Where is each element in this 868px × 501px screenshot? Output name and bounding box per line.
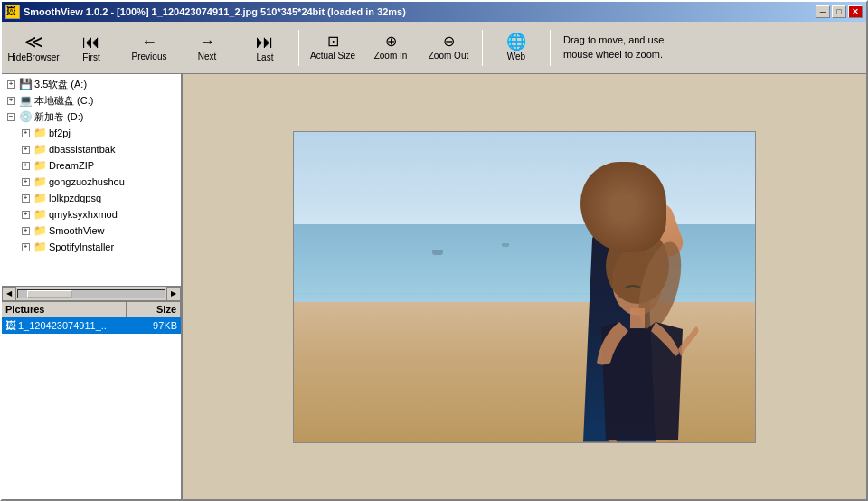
tree-item-lolk[interactable]: + 📁 lolkpzdqpsq [4, 190, 179, 206]
titlebar: 🖼 SmoothView 1.0.2 - [100%] 1_1204230749… [2, 2, 866, 22]
previous-label: Previous [132, 52, 167, 61]
maximize-button[interactable]: □ [832, 5, 846, 18]
col-size[interactable]: Size [127, 302, 181, 317]
previous-icon: ← [141, 33, 157, 50]
next-button[interactable]: → Next [179, 25, 235, 71]
close-button[interactable]: ✕ [848, 5, 863, 18]
tree-item-spotify[interactable]: + 📁 SpotifyInstaller [4, 239, 179, 255]
titlebar-buttons: ─ □ ✕ [816, 5, 863, 18]
expand-gong[interactable]: + [18, 175, 33, 189]
main-window: 🖼 SmoothView 1.0.2 - [100%] 1_1204230749… [0, 0, 868, 501]
gong-icon: 📁 [33, 175, 47, 189]
lolk-label: lolkpzdqpsq [47, 193, 101, 203]
first-icon: ⏮ [82, 33, 100, 51]
actual-size-label: Actual Size [310, 51, 355, 61]
col-pictures[interactable]: Pictures [2, 302, 127, 317]
left-panel: + 💾 3.5软盘 (A:) + 💻 本地磁盘 (C:) − [2, 74, 183, 499]
photo-background [294, 132, 755, 442]
web-label: Web [507, 52, 525, 61]
web-button[interactable]: 🌐 Web [488, 25, 544, 71]
smooth-label: SmoothView [47, 225, 105, 236]
tree-scroll[interactable]: + 💾 3.5软盘 (A:) + 💻 本地磁盘 (C:) − [2, 74, 181, 286]
zoom-out-icon: ⊖ [443, 34, 455, 49]
file-size-cell: 97KB [127, 320, 181, 331]
hide-browser-icon: ≪ [24, 33, 43, 51]
minimize-button[interactable]: ─ [816, 5, 830, 18]
titlebar-left: 🖼 SmoothView 1.0.2 - [100%] 1_1204230749… [5, 5, 406, 19]
last-button[interactable]: ⏭ Last [237, 25, 293, 71]
zoom-in-button[interactable]: ⊕ Zoom In [363, 25, 419, 71]
file-list: Pictures Size 🖼 1_120423074911_... 97KB [2, 300, 181, 499]
first-button[interactable]: ⏮ First [63, 25, 119, 71]
dream-label: DreamZIP [47, 160, 94, 171]
bf2pj-label: bf2pj [47, 128, 71, 138]
lolk-icon: 📁 [33, 191, 47, 205]
previous-button[interactable]: ← Previous [121, 25, 177, 71]
qmyk-label: qmyksyxhxmod [47, 209, 118, 220]
viewer-area[interactable] [183, 74, 866, 499]
tree-item-drive-c[interactable]: + 💻 本地磁盘 (C:) [4, 92, 179, 109]
expand-drive-c[interactable]: + [4, 93, 18, 108]
distant-boat-2 [502, 243, 509, 247]
photo-frame [293, 131, 756, 443]
expand-db[interactable]: + [18, 142, 33, 156]
file-list-header: Pictures Size [2, 302, 181, 317]
tree-item-qmyk[interactable]: + 📁 qmyksyxhxmod [4, 206, 179, 222]
zoom-out-button[interactable]: ⊖ Zoom Out [420, 25, 476, 71]
expand-drive-a[interactable]: + [4, 77, 18, 91]
expand-drive-d[interactable]: − [4, 109, 18, 124]
db-icon: 📁 [33, 142, 47, 156]
person-figure [520, 153, 683, 442]
expand-lolk[interactable]: + [18, 191, 33, 205]
qmyk-icon: 📁 [33, 207, 47, 222]
bf2pj-icon: 📁 [33, 126, 47, 140]
hide-browser-label: HideBrowser [7, 52, 59, 62]
tree-item-bf2pj[interactable]: + 📁 bf2pj [4, 125, 179, 141]
distant-boat-1 [432, 250, 443, 255]
tree-item-drive-d[interactable]: − 💿 新加卷 (D:) [4, 109, 179, 125]
tree-area: + 💾 3.5软盘 (A:) + 💻 本地磁盘 (C:) − [2, 74, 181, 300]
expand-smooth[interactable]: + [18, 223, 33, 238]
last-label: Last [257, 52, 274, 62]
zoom-out-label: Zoom Out [429, 51, 468, 61]
expand-spotify[interactable]: + [18, 240, 33, 254]
zoom-in-icon: ⊕ [385, 34, 397, 49]
next-icon: → [199, 33, 215, 50]
expand-dream[interactable]: + [18, 158, 33, 173]
drive-c-icon: 💻 [18, 93, 33, 108]
file-name-label: 1_120423074911_... [18, 320, 109, 331]
toolbar: ≪ HideBrowser ⏮ First ← Previous → Next … [2, 22, 866, 74]
file-icon: 🖼 [5, 319, 16, 332]
toolbar-hint: Drag to move, and use mouse wheel to zoo… [563, 33, 664, 61]
window-title: SmoothView 1.0.2 - [100%] 1_120423074911… [24, 6, 406, 17]
gong-label: gongzuozhushou [47, 176, 125, 187]
actual-size-icon: ⊡ [327, 34, 339, 49]
tree-item-smooth[interactable]: + 📁 SmoothView [4, 222, 179, 239]
scroll-left-arrow[interactable]: ◀ [2, 287, 16, 301]
drive-d-icon: 💿 [18, 109, 33, 124]
tree-hscroll[interactable]: ◀ ▶ [2, 286, 181, 300]
smooth-icon: 📁 [33, 223, 47, 238]
tree-item-db[interactable]: + 📁 dbassistantbak [4, 141, 179, 157]
app-icon: 🖼 [5, 5, 20, 19]
spotify-icon: 📁 [33, 240, 47, 254]
db-label: dbassistantbak [47, 144, 115, 155]
next-label: Next [198, 52, 217, 61]
toolbar-separator-3 [550, 30, 551, 66]
dream-icon: 📁 [33, 158, 47, 173]
tree-item-drive-a[interactable]: + 💾 3.5软盘 (A:) [4, 76, 179, 92]
scroll-right-arrow[interactable]: ▶ [166, 287, 181, 301]
drive-c-label: 本地磁盘 (C:) [33, 94, 93, 108]
expand-bf2pj[interactable]: + [18, 126, 33, 140]
expand-qmyk[interactable]: + [18, 207, 33, 222]
file-row[interactable]: 🖼 1_120423074911_... 97KB [2, 317, 181, 334]
file-name-cell: 🖼 1_120423074911_... [2, 319, 127, 332]
spotify-label: SpotifyInstaller [47, 241, 114, 252]
hide-browser-button[interactable]: ≪ HideBrowser [5, 25, 61, 71]
drive-a-label: 3.5软盘 (A:) [33, 78, 87, 91]
tree-item-gong[interactable]: + 📁 gongzuozhushou [4, 174, 179, 190]
actual-size-button[interactable]: ⊡ Actual Size [305, 25, 361, 71]
tree-item-dream[interactable]: + 📁 DreamZIP [4, 157, 179, 174]
drive-a-icon: 💾 [18, 77, 33, 91]
file-list-body[interactable]: 🖼 1_120423074911_... 97KB [2, 317, 181, 499]
